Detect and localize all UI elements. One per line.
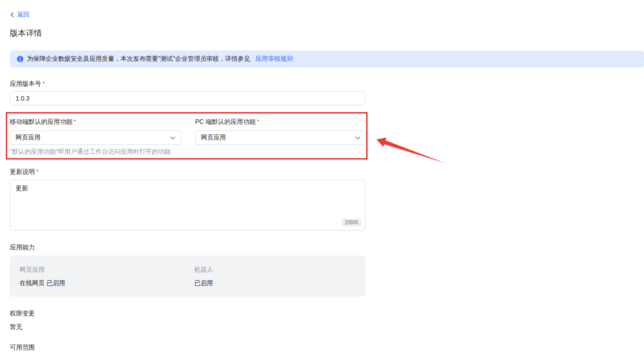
page-title: 版本详情 <box>10 28 42 38</box>
scope-title: 可用范围 <box>10 344 35 352</box>
capability-status: 在线网页 已启用 <box>20 279 194 287</box>
permissions-title: 权限变更 <box>10 310 35 318</box>
permissions-value: 暂无 <box>10 323 22 331</box>
chevron-left-icon <box>10 12 14 17</box>
mobile-default-label: 移动端默认的应用功能* <box>10 118 76 126</box>
char-counter: 2/500 <box>342 219 361 227</box>
capability-item: 网页应用 在线网页 已启用 <box>20 266 194 297</box>
required-asterisk: * <box>74 118 76 125</box>
version-detail-page: 返回 版本详情 为保障企业数据安全及应用质量，本次发布需要"测试"企业管理员审核… <box>0 0 644 353</box>
default-function-hint: "默认的应用功能"即用户通过工作台访问应用时打开的功能 <box>10 148 171 156</box>
capability-name: 机器人 <box>194 266 365 274</box>
capability-name: 网页应用 <box>20 266 194 274</box>
capability-status: 已启用 <box>194 279 365 287</box>
capabilities-panel: 网页应用 在线网页 已启用 机器人 已启用 <box>10 256 365 297</box>
version-label: 应用版本号* <box>10 80 45 88</box>
back-button[interactable]: 返回 <box>10 11 29 19</box>
update-notes-label: 更新说明* <box>10 168 38 176</box>
required-asterisk: * <box>36 168 38 175</box>
banner-text: 为保障企业数据安全及应用质量，本次发布需要"测试"企业管理员审核，详情参见 <box>27 55 250 63</box>
update-notes-textarea[interactable]: 更新 <box>10 180 365 230</box>
required-asterisk: * <box>257 118 259 125</box>
chevron-down-icon <box>355 134 360 141</box>
required-asterisk: * <box>42 80 45 87</box>
capability-item: 机器人 已启用 <box>194 266 365 297</box>
back-label: 返回 <box>17 11 29 19</box>
info-banner: 为保障企业数据安全及应用质量，本次发布需要"测试"企业管理员审核，详情参见 应用… <box>10 50 644 67</box>
annotation-arrow <box>373 133 449 167</box>
pc-default-select-value: 网页应用 <box>201 134 226 142</box>
update-notes-field: 更新 2/500 <box>10 180 365 231</box>
pc-default-select[interactable]: 网页应用 <box>195 130 366 145</box>
banner-review-rules-link[interactable]: 应用审核规则 <box>255 55 293 63</box>
capabilities-title: 应用能力 <box>10 244 35 252</box>
chevron-down-icon <box>170 134 176 141</box>
mobile-default-select[interactable]: 网页应用 <box>10 130 181 145</box>
mobile-default-select-value: 网页应用 <box>16 134 41 142</box>
info-icon <box>17 56 23 62</box>
version-input[interactable] <box>10 91 365 105</box>
pc-default-label: PC 端默认的应用功能* <box>195 118 259 126</box>
